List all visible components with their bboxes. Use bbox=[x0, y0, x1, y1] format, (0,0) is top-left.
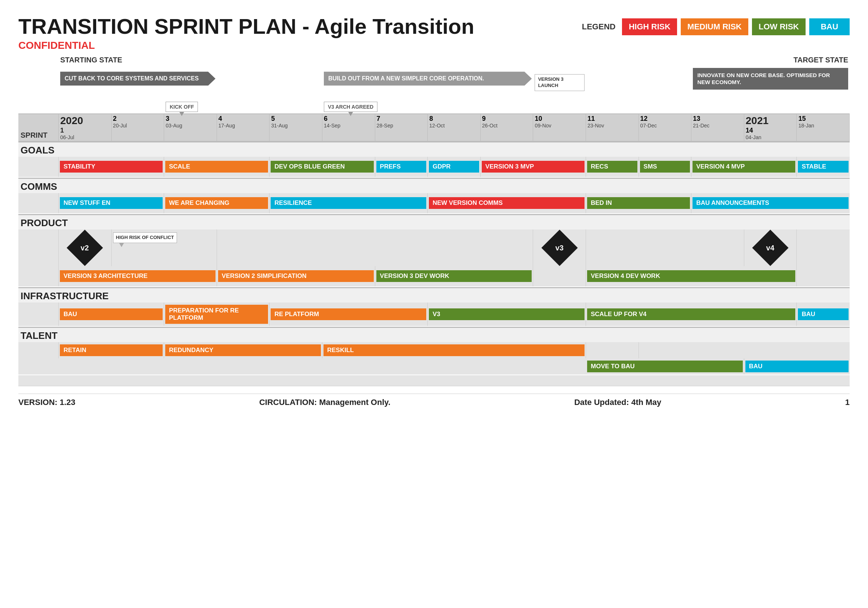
v3-launch-callout-cell: VERSION 3 LAUNCH bbox=[533, 65, 586, 93]
infra-scale: SCALE UP FOR v4 bbox=[586, 302, 797, 326]
sprint-11: 11 23-Nov bbox=[586, 114, 639, 141]
comms-bau-ann-bar: BAU ANNOUNCEMENTS bbox=[693, 197, 849, 209]
goals-devops-bar: DEV OPS BLUE GREEN bbox=[271, 161, 374, 172]
product-v2-col: v2 bbox=[59, 230, 112, 266]
infra-row: BAU PREPARATION FOR RE PLATFORM RE PLATF… bbox=[19, 302, 849, 326]
infra-header: INFRASTRUCTURE bbox=[19, 287, 849, 302]
footer-circulation: CIRCULATION: Management Only. bbox=[259, 398, 390, 407]
talent-reskill-bar: RESKILL bbox=[324, 344, 584, 356]
goals-title: GOALS bbox=[19, 143, 59, 157]
comms-new-stuff: NEW STUFF EN bbox=[59, 193, 164, 213]
infra-re-platform-bar: RE PLATFORM bbox=[271, 309, 426, 320]
goals-v3mvp-bar: VERSION 3 MVP bbox=[482, 161, 584, 172]
goals-v4mvp: VERSION 4 MVP bbox=[691, 157, 797, 177]
infra-prep: PREPARATION FOR RE PLATFORM bbox=[164, 302, 270, 326]
callout-row-1: CUT BACK TO CORE SYSTEMS AND SERVICES BU… bbox=[19, 65, 849, 93]
infra-scale-bar: SCALE UP FOR v4 bbox=[587, 309, 795, 320]
v3-arch-callout: V3 ARCH AGREED bbox=[324, 102, 377, 112]
talent-retain-bar: RETAIN bbox=[60, 344, 163, 356]
legend-medium-risk: MEDIUM RISK bbox=[681, 19, 748, 35]
comms-bed-in-bar: BED IN bbox=[587, 197, 690, 209]
sprint-8: 8 12-Oct bbox=[428, 114, 480, 141]
product-bars-row: VERSION 3 ARCHITECTURE VERSION 2 SIMPLIF… bbox=[19, 266, 849, 286]
product-v3-dev-bar: VERSION 3 DEV WORK bbox=[377, 270, 532, 282]
product-v4-dev: VERSION 4 DEV WORK bbox=[586, 266, 797, 286]
comms-title: COMMS bbox=[19, 179, 59, 193]
v3-launch-callout: VERSION 3 LAUNCH bbox=[535, 74, 584, 91]
sprint-3: 3 03-Aug bbox=[164, 114, 217, 141]
sprint-7: 7 28-Sep bbox=[375, 114, 428, 141]
infra-prep-bar: PREPARATION FOR RE PLATFORM bbox=[165, 305, 268, 324]
diamond-v3: v3 bbox=[541, 230, 578, 266]
product-v3-dev: VERSION 3 DEV WORK bbox=[375, 266, 533, 286]
comms-bau-ann: BAU ANNOUNCEMENTS bbox=[691, 193, 849, 213]
sprint-6: 6 14-Sep bbox=[322, 114, 375, 141]
goals-header: GOALS bbox=[19, 141, 849, 157]
goals-prefs-bar: PREFS bbox=[377, 161, 427, 172]
product-v4-dev-bar: VERSION 4 DEV WORK bbox=[587, 270, 795, 282]
infra-bau2: BAU bbox=[797, 302, 849, 326]
comms-new-stuff-bar: NEW STUFF EN bbox=[60, 197, 163, 209]
talent-bau-bar: BAU bbox=[746, 361, 849, 372]
goals-stable: STABLE bbox=[797, 157, 849, 177]
talent-reskill: RESKILL bbox=[322, 342, 586, 358]
build-out-callout: BUILD OUT FROM A NEW SIMPLER CORE OPERAT… bbox=[324, 71, 532, 85]
sprint-1-num: 1 bbox=[60, 127, 110, 134]
target-state-label: TARGET STATE bbox=[164, 55, 849, 65]
cut-back-callout-cell: CUT BACK TO CORE SYSTEMS AND SERVICES bbox=[59, 65, 217, 93]
high-risk-callout-box: HIGH RISK OF CONFLICT bbox=[113, 233, 177, 243]
product-v4-col: v4 bbox=[744, 230, 797, 266]
confidential-label: CONFIDENTIAL bbox=[19, 40, 474, 51]
goals-scale-bar: SCALE bbox=[165, 161, 268, 172]
goals-devops: DEV OPS BLUE GREEN bbox=[270, 157, 375, 177]
infra-bau: BAU bbox=[59, 302, 164, 326]
kick-off-callout: KICK OFF bbox=[166, 102, 198, 112]
comms-changing-bar: WE ARE CHANGING bbox=[165, 197, 268, 209]
footer-date: Date Updated: 4th May bbox=[574, 398, 661, 407]
diamond-v4: v4 bbox=[752, 230, 789, 266]
product-title: PRODUCT bbox=[19, 215, 59, 230]
sprint-1-date: 06-Jul bbox=[60, 134, 110, 140]
infra-bau2-bar: BAU bbox=[798, 309, 849, 320]
footer-page: 1 bbox=[845, 398, 849, 407]
talent-retain: RETAIN bbox=[59, 342, 164, 358]
product-v3-col: v3 bbox=[533, 230, 586, 266]
sprint-10: 10 09-Nov bbox=[533, 114, 586, 141]
sprint-header: SPRINT 2020 1 06-Jul 2 20-Jul 3 03-Aug 4… bbox=[19, 113, 849, 141]
sprint-13: 13 21-Dec bbox=[691, 114, 744, 141]
footer-version: VERSION: 1.23 bbox=[19, 398, 75, 407]
comms-resilience: RESILIENCE bbox=[270, 193, 428, 213]
callout-row-2: KICK OFF V3 ARCH AGREED bbox=[19, 93, 849, 113]
goals-v3mvp: VERSION 3 MVP bbox=[480, 157, 586, 177]
comms-new-version-bar: NEW VERSION COMMS bbox=[429, 197, 584, 209]
innovate-callout-cell: INNOVATE ON NEW CORE BASE. OPTIMISED FOR… bbox=[691, 65, 849, 93]
goals-sms-bar: SMS bbox=[640, 161, 690, 172]
legend-high-risk: HIGH RISK bbox=[622, 19, 677, 35]
talent-redundancy-bar: REDUNDANCY bbox=[165, 344, 321, 356]
product-v3-arch: VERSION 3 ARCHITECTURE bbox=[59, 266, 217, 286]
talent-redundancy: REDUNDANCY bbox=[164, 342, 322, 358]
product-v2-simp: VERSION 2 SIMPLIFICATION bbox=[217, 266, 375, 286]
sprint-4: 4 17-Aug bbox=[217, 114, 270, 141]
sprint-9: 9 26-Oct bbox=[480, 114, 533, 141]
goals-stability-bar: STABILITY bbox=[60, 161, 163, 172]
legend-bau: BAU bbox=[809, 19, 849, 35]
goals-gdpr: GDPR bbox=[428, 157, 480, 177]
comms-bed-in: BED IN bbox=[586, 193, 691, 213]
comms-new-version: NEW VERSION COMMS bbox=[428, 193, 586, 213]
goals-scale: SCALE bbox=[164, 157, 270, 177]
header: TRANSITION SPRINT PLAN - Agile Transitio… bbox=[19, 15, 849, 51]
legend-low-risk: LOW RISK bbox=[752, 19, 806, 35]
talent-bau: BAU bbox=[744, 358, 849, 374]
goals-v4mvp-bar: VERSION 4 MVP bbox=[693, 161, 795, 172]
kick-off-callout-cell: KICK OFF bbox=[164, 93, 270, 113]
main-content: STARTING STATE TARGET STATE CUT BACK TO … bbox=[19, 55, 849, 386]
goals-stability: STABILITY bbox=[59, 157, 164, 177]
sprint-14: 2021 14 04-Jan bbox=[744, 114, 797, 141]
talent-header: TALENT bbox=[19, 327, 849, 342]
product-v3-arch-bar: VERSION 3 ARCHITECTURE bbox=[60, 270, 215, 282]
state-labels-row: STARTING STATE TARGET STATE bbox=[19, 55, 849, 65]
sprint-15: 15 18-Jan bbox=[797, 114, 849, 141]
goals-sms: SMS bbox=[639, 157, 692, 177]
goals-recs-bar: RECS bbox=[587, 161, 637, 172]
